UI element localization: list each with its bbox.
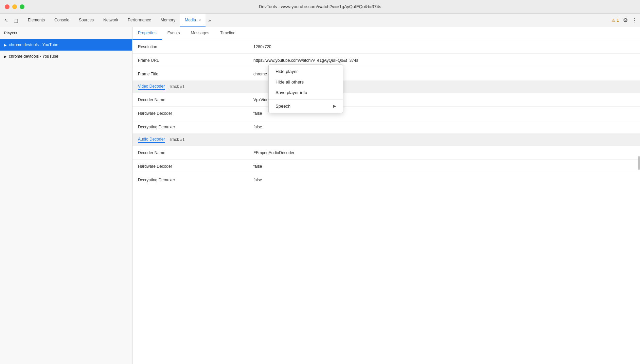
toolbar-icons: ↖ ⬚	[3, 17, 19, 24]
sidebar-header: Players	[0, 27, 132, 39]
title-row: Frame Title chrome devtools - YouTube	[132, 67, 640, 81]
tab-sources[interactable]: Sources	[74, 14, 99, 27]
settings-icon[interactable]: ⚙	[623, 17, 628, 23]
subtab-bar: Properties Events Messages Timeline	[132, 27, 640, 40]
traffic-lights	[5, 4, 24, 9]
audio-demuxer-row: Decrypting Demuxer false	[132, 173, 640, 187]
audio-hardware-label: Hardware Decoder	[138, 164, 253, 169]
tab-memory[interactable]: Memory	[156, 14, 180, 27]
player-arrow-2: ▶	[4, 55, 7, 58]
video-demuxer-value: false	[253, 125, 635, 129]
context-speech[interactable]: Speech ▶	[269, 101, 343, 111]
tab-performance[interactable]: Performance	[123, 14, 156, 27]
maximize-button[interactable]	[20, 4, 24, 9]
devtools-window: ↖ ⬚ Elements Console Sources Network Per…	[0, 14, 640, 364]
video-hardware-row: Hardware Decoder false	[132, 107, 640, 120]
subtab-messages[interactable]: Messages	[185, 27, 215, 40]
audio-decoder-tab[interactable]: Audio Decoder	[138, 137, 165, 143]
tab-console[interactable]: Console	[50, 14, 74, 27]
url-value: https://www.youtube.com/watch?v=e1gAyQuI…	[253, 58, 635, 63]
audio-decoder-name-value: FFmpegAudioDecoder	[253, 150, 635, 155]
more-tabs-button[interactable]: »	[206, 18, 214, 23]
close-button[interactable]	[5, 4, 10, 9]
subtab-events[interactable]: Events	[162, 27, 185, 40]
url-label: Frame URL	[138, 58, 253, 63]
title-label: Frame Title	[138, 72, 253, 76]
context-hide-player[interactable]: Hide player	[269, 66, 343, 77]
more-options-icon[interactable]: ⋮	[632, 17, 637, 23]
player-item-1[interactable]: ▶ chrome devtools - YouTube	[0, 39, 132, 51]
players-sidebar: Players ▶ chrome devtools - YouTube ▶ ch…	[0, 27, 132, 364]
warning-count: 1	[617, 18, 619, 23]
url-row: Frame URL https://www.youtube.com/watch?…	[132, 54, 640, 67]
tab-elements[interactable]: Elements	[23, 14, 50, 27]
audio-decoder-name-row: Decoder Name FFmpegAudioDecoder	[132, 146, 640, 160]
resolution-value: 1280x720	[253, 44, 635, 49]
video-decoder-name-label: Decoder Name	[138, 97, 253, 102]
audio-hardware-row: Hardware Decoder false	[132, 160, 640, 173]
main-tabbar: ↖ ⬚ Elements Console Sources Network Per…	[0, 14, 640, 27]
minimize-button[interactable]	[12, 4, 17, 9]
audio-decoder-section: Audio Decoder Track #1	[132, 134, 640, 146]
video-track-tab[interactable]: Track #1	[169, 84, 184, 90]
audio-hardware-value: false	[253, 164, 635, 169]
context-menu-divider	[269, 99, 343, 99]
warning-icon: ⚠	[611, 18, 615, 23]
video-decoder-tab[interactable]: Video Decoder	[138, 84, 165, 90]
properties-content: Resolution 1280x720 Frame URL https://ww…	[132, 40, 640, 364]
subtab-properties[interactable]: Properties	[132, 27, 162, 40]
context-hide-all-others[interactable]: Hide all others	[269, 77, 343, 87]
right-panel: Properties Events Messages Timeline Reso…	[132, 27, 640, 364]
audio-demuxer-value: false	[253, 178, 635, 182]
speech-submenu-arrow: ▶	[333, 104, 336, 108]
window-title: DevTools - www.youtube.com/watch?v=e1gAy…	[259, 4, 381, 9]
warning-badge[interactable]: ⚠ 1	[611, 18, 619, 23]
player-item-2[interactable]: ▶ chrome devtools - YouTube	[0, 51, 132, 62]
tabbar-right: ⚠ 1 ⚙ ⋮	[611, 17, 637, 23]
video-decoder-name-row: Decoder Name VpxVideoDecoder	[132, 93, 640, 107]
cursor-icon[interactable]: ↖	[3, 17, 10, 24]
video-demuxer-label: Decrypting Demuxer	[138, 125, 253, 129]
video-demuxer-row: Decrypting Demuxer false	[132, 120, 640, 134]
inspect-icon[interactable]: ⬚	[12, 17, 19, 24]
audio-decoder-name-label: Decoder Name	[138, 150, 253, 155]
context-save-player-info[interactable]: Save player info	[269, 87, 343, 98]
player-label-1: chrome devtools - YouTube	[9, 42, 128, 47]
audio-demuxer-label: Decrypting Demuxer	[138, 178, 253, 182]
video-decoder-section: Video Decoder Track #1	[132, 81, 640, 93]
resolution-label: Resolution	[138, 44, 253, 49]
context-menu: Hide player Hide all others Save player …	[268, 65, 343, 113]
player-arrow-1: ▶	[4, 43, 7, 47]
tab-network[interactable]: Network	[99, 14, 123, 27]
video-hardware-label: Hardware Decoder	[138, 111, 253, 116]
tab-media[interactable]: Media ×	[180, 14, 206, 27]
titlebar: DevTools - www.youtube.com/watch?v=e1gAy…	[0, 0, 640, 14]
tab-media-close[interactable]: ×	[199, 18, 201, 22]
resolution-row: Resolution 1280x720	[132, 40, 640, 54]
subtab-timeline[interactable]: Timeline	[215, 27, 241, 40]
audio-track-tab[interactable]: Track #1	[169, 137, 184, 143]
main-content: Players ▶ chrome devtools - YouTube ▶ ch…	[0, 27, 640, 364]
player-label-2: chrome devtools - YouTube	[9, 54, 128, 59]
scrollbar[interactable]	[638, 156, 640, 170]
